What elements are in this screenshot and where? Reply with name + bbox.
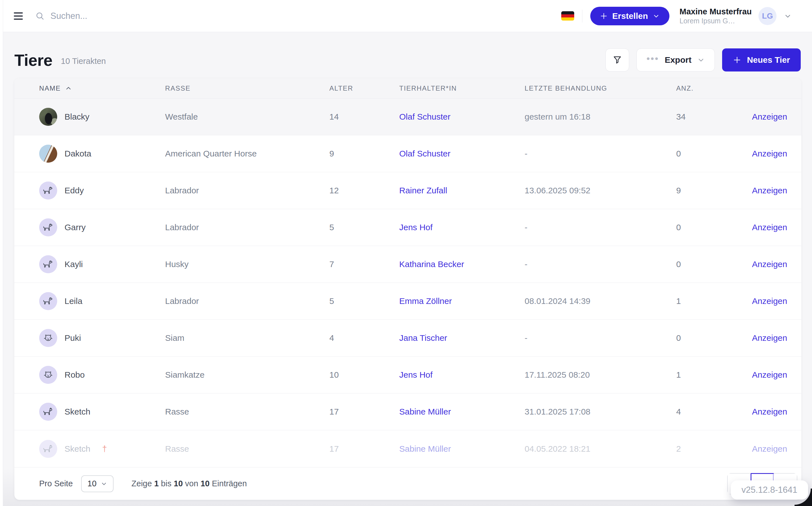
animals-table: NAMERASSEALTERTIERHALTER*INLETZTE BEHAND… <box>14 78 801 500</box>
pet-name-cell: Puki <box>39 329 165 347</box>
show-cell: Anzeigen <box>747 112 787 121</box>
last-treatment-cell: - <box>525 149 676 158</box>
search-icon <box>35 11 45 21</box>
owner-cell: Rainer Zufall <box>399 186 525 195</box>
table-row[interactable]: GarryLabrador5Jens Hof-0Anzeigen <box>14 209 801 246</box>
filter-button[interactable] <box>605 49 629 72</box>
last-treatment-cell: 31.01.2025 17:08 <box>525 407 676 417</box>
show-link[interactable]: Anzeigen <box>752 370 787 380</box>
topbar: Erstellen Maxine Musterfrau Lorem Ipsum … <box>3 0 812 32</box>
owner-cell: Olaf Schuster <box>399 112 525 121</box>
owner-cell: Olaf Schuster <box>399 149 525 158</box>
user-menu-chevron-icon[interactable] <box>784 12 792 20</box>
table-row[interactable]: RoboSiamkatze10Jens Hof17.11.2025 08:201… <box>14 356 801 394</box>
owner-link[interactable]: Olaf Schuster <box>399 112 451 121</box>
show-link[interactable]: Anzeigen <box>752 112 787 121</box>
pet-name-cell: Leila <box>39 292 165 310</box>
breed-cell: Husky <box>165 259 329 269</box>
table-row[interactable]: LeilaLabrador5Emma Zöllner08.01.2024 14:… <box>14 283 801 320</box>
horse-icon <box>39 440 57 458</box>
last-treatment-cell: gestern um 16:18 <box>525 112 676 121</box>
treatment-count-cell: 34 <box>676 112 747 121</box>
deceased-icon: † <box>102 444 107 454</box>
table-row[interactable]: DakotaAmerican Quarter Horse9Olaf Schust… <box>14 135 801 172</box>
window-corner <box>795 489 812 506</box>
german-flag-icon[interactable] <box>561 11 574 20</box>
per-page-label: Pro Seite <box>39 479 73 488</box>
owner-link[interactable]: Jens Hof <box>399 370 432 380</box>
pet-name: Blacky <box>65 112 89 121</box>
table-row[interactable]: Sketch†Rasse17Sabine Müller04.05.2022 18… <box>14 430 801 467</box>
owner-cell: Sabine Müller <box>399 407 525 417</box>
menu-icon[interactable] <box>14 12 23 20</box>
column-header-last_treatment[interactable]: LETZTE BEHANDLUNG <box>525 84 676 92</box>
show-link[interactable]: Anzeigen <box>752 333 787 342</box>
owner-cell: Jana Tischer <box>399 333 525 343</box>
column-header-owner[interactable]: TIERHALTER*IN <box>399 84 525 92</box>
show-cell: Anzeigen <box>747 223 787 232</box>
export-button-label: Export <box>665 55 691 65</box>
show-link[interactable]: Anzeigen <box>752 407 787 416</box>
last-treatment-cell: 13.06.2025 09:52 <box>525 186 676 195</box>
table-header: NAMERASSEALTERTIERHALTER*INLETZTE BEHAND… <box>14 78 801 98</box>
search-input[interactable] <box>51 11 219 21</box>
pet-name: Sketch <box>65 444 90 454</box>
owner-link[interactable]: Sabine Müller <box>399 407 451 416</box>
last-treatment-cell: 08.01.2024 14:39 <box>525 297 676 306</box>
column-header-count[interactable]: ANZ. <box>676 84 747 92</box>
column-header-label: LETZTE BEHANDLUNG <box>525 84 607 92</box>
pet-photo-avatar <box>39 108 57 126</box>
dog-icon <box>39 219 57 236</box>
age-cell: 17 <box>329 407 399 417</box>
per-page-select[interactable]: 10 <box>81 475 113 492</box>
owner-link[interactable]: Rainer Zufall <box>399 186 447 195</box>
owner-link[interactable]: Olaf Schuster <box>399 149 451 158</box>
chevron-down-icon <box>653 12 660 20</box>
chevron-down-icon <box>100 480 107 487</box>
owner-link[interactable]: Emma Zöllner <box>399 297 452 306</box>
show-link[interactable]: Anzeigen <box>752 223 787 232</box>
user-avatar[interactable]: LG <box>758 7 776 25</box>
pet-photo-avatar <box>39 145 57 163</box>
user-name: Maxine Musterfrau <box>680 6 752 17</box>
column-header-name[interactable]: NAME <box>39 84 165 92</box>
pet-name: Eddy <box>65 186 84 195</box>
owner-link[interactable]: Sabine Müller <box>399 444 451 453</box>
pet-name-cell: Garry <box>39 219 165 236</box>
owner-link[interactable]: Jana Tischer <box>399 333 447 342</box>
breed-cell: Siamkatze <box>165 370 329 380</box>
table-row[interactable]: SketchRasse17Sabine Müller31.01.2025 17:… <box>14 394 801 430</box>
column-header-age[interactable]: ALTER <box>329 84 399 92</box>
show-link[interactable]: Anzeigen <box>752 259 787 269</box>
global-search <box>35 11 561 21</box>
new-animal-button-label: Neues Tier <box>747 55 790 65</box>
last-treatment-cell: 04.05.2022 18:21 <box>525 444 676 454</box>
user-info: Maxine Musterfrau Lorem Ipsum G… <box>680 6 752 26</box>
show-link[interactable]: Anzeigen <box>752 297 787 306</box>
last-treatment-cell: - <box>525 333 676 343</box>
new-animal-button[interactable]: Neues Tier <box>722 49 801 72</box>
content: Tiere 10 Tierakten ••• Export Neues Tier… <box>3 32 812 506</box>
pet-name: Leila <box>65 297 82 306</box>
age-cell: 17 <box>329 444 399 454</box>
table-row[interactable]: BlackyWestfale14Olaf Schustergestern um … <box>14 98 801 135</box>
table-row[interactable]: PukiSiam4Jana Tischer-0Anzeigen <box>14 320 801 356</box>
show-link[interactable]: Anzeigen <box>752 444 787 453</box>
dog-icon <box>39 292 57 310</box>
table-row[interactable]: KayliHusky7Katharina Becker-0Anzeigen <box>14 246 801 283</box>
owner-link[interactable]: Katharina Becker <box>399 259 464 269</box>
table-row[interactable]: EddyLabrador12Rainer Zufall13.06.2025 09… <box>14 172 801 209</box>
breed-cell: Westfale <box>165 112 329 121</box>
age-cell: 5 <box>329 223 399 232</box>
show-cell: Anzeigen <box>747 297 787 306</box>
export-button[interactable]: ••• Export <box>636 49 715 72</box>
show-link[interactable]: Anzeigen <box>752 186 787 195</box>
create-button[interactable]: Erstellen <box>590 7 669 25</box>
treatment-count-cell: 1 <box>676 297 747 306</box>
plus-icon <box>733 56 741 64</box>
show-link[interactable]: Anzeigen <box>752 149 787 158</box>
owner-cell: Jens Hof <box>399 223 525 232</box>
owner-link[interactable]: Jens Hof <box>399 223 432 232</box>
column-header-breed[interactable]: RASSE <box>165 84 329 92</box>
treatment-count-cell: 4 <box>676 407 747 417</box>
